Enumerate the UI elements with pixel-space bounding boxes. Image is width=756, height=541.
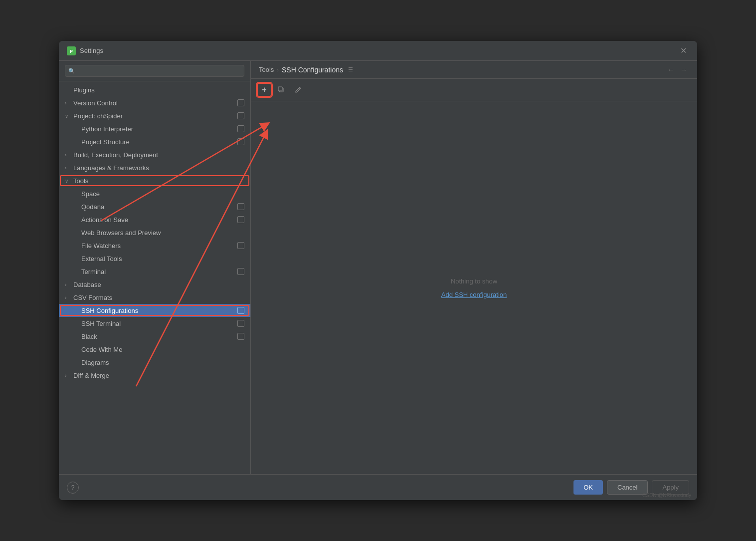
settings-icon [237, 216, 244, 223]
sidebar-item-ssh-configurations[interactable]: SSH Configurations [59, 304, 250, 317]
settings-icon [237, 307, 244, 314]
nav-label: Code With Me [81, 346, 122, 353]
nav-label: Terminal [81, 268, 106, 275]
nav-label: Plugins [73, 86, 95, 94]
settings-icon [237, 268, 244, 275]
search-box: 🔍 [59, 61, 250, 81]
sidebar-item-database[interactable]: › Database [59, 278, 250, 291]
nav-label: Languages & Frameworks [73, 164, 149, 172]
watermark: CSDN @NRlovestudy [642, 493, 691, 498]
sidebar-item-languages[interactable]: › Languages & Frameworks [59, 161, 250, 174]
settings-icon [237, 203, 244, 210]
settings-icon [237, 333, 244, 340]
nav-label: SSH Terminal [81, 320, 121, 327]
settings-icon [237, 112, 244, 119]
nav-label: Tools [73, 177, 88, 185]
arrow-icon: › [65, 152, 71, 158]
app-icon: P [67, 46, 76, 55]
search-icon: 🔍 [68, 68, 75, 74]
nav-label: Black [81, 333, 97, 340]
nav-label: Space [81, 190, 100, 198]
nav-label: Diagrams [81, 359, 109, 366]
nav-tree: Plugins › Version Control ∨ Project: chS… [59, 81, 250, 474]
help-button[interactable]: ? [67, 482, 79, 494]
arrow-icon: › [65, 165, 71, 171]
add-button[interactable]: + [257, 83, 272, 97]
nav-label: Web Browsers and Preview [81, 229, 161, 237]
arrow-icon: › [65, 282, 71, 287]
content-area: Nothing to show Add SSH configuration [251, 101, 697, 474]
nav-label: External Tools [81, 255, 122, 263]
title-bar: P Settings ✕ [59, 41, 697, 61]
nav-label: Python Interpreter [81, 125, 133, 133]
settings-icon [237, 138, 244, 145]
sidebar-item-build[interactable]: › Build, Execution, Deployment [59, 148, 250, 161]
ok-button[interactable]: OK [573, 480, 603, 495]
settings-icon [237, 99, 244, 106]
sidebar-item-diagrams[interactable]: Diagrams [59, 356, 250, 369]
nav-label: CSV Formats [73, 294, 112, 301]
main-content: Tools › SSH Configurations ☰ ← → + [251, 61, 697, 474]
search-wrapper: 🔍 [65, 65, 244, 77]
back-arrow-icon[interactable]: ← [665, 65, 676, 75]
sidebar-item-external-tools[interactable]: External Tools [59, 252, 250, 265]
toolbar: + [251, 79, 697, 101]
add-ssh-config-link[interactable]: Add SSH configuration [441, 291, 507, 298]
sidebar-item-web-browsers[interactable]: Web Browsers and Preview [59, 226, 250, 239]
settings-icon [237, 320, 244, 327]
nothing-to-show-text: Nothing to show [451, 277, 497, 285]
sidebar-item-qodana[interactable]: Qodana [59, 200, 250, 213]
close-button[interactable]: ✕ [677, 45, 689, 57]
nav-label: Project Structure [81, 138, 130, 146]
nav-label: Diff & Merge [73, 372, 109, 379]
arrow-icon: ∨ [65, 178, 71, 184]
sidebar-item-project-structure[interactable]: Project Structure [59, 135, 250, 148]
sidebar-item-csv-formats[interactable]: › CSV Formats [59, 291, 250, 304]
nav-label: Project: chSpider [73, 112, 123, 120]
edit-button[interactable] [291, 83, 306, 97]
sidebar-item-file-watchers[interactable]: File Watchers [59, 239, 250, 252]
dialog-title: Settings [80, 47, 103, 54]
copy-button[interactable] [274, 83, 289, 97]
breadcrumb-parent: Tools [259, 66, 274, 73]
forward-arrow-icon[interactable]: → [678, 65, 689, 75]
nav-label: Actions on Save [81, 216, 128, 224]
sidebar-item-code-with-me[interactable]: Code With Me [59, 343, 250, 356]
arrow-icon: › [65, 100, 71, 106]
nav-label: Qodana [81, 203, 104, 211]
arrow-icon: › [65, 373, 71, 378]
nav-label: Database [73, 281, 101, 288]
sidebar-item-black[interactable]: Black [59, 330, 250, 343]
nav-arrows: ← → [665, 65, 689, 75]
breadcrumb: Tools › SSH Configurations ☰ ← → [251, 61, 697, 79]
arrow-icon: ∨ [65, 113, 71, 119]
dialog-footer: ? OK Cancel Apply [59, 474, 697, 500]
nav-label: Build, Execution, Deployment [73, 151, 158, 159]
settings-icon [237, 242, 244, 249]
search-input[interactable] [65, 65, 244, 77]
sidebar-item-project[interactable]: ∨ Project: chSpider [59, 109, 250, 122]
sidebar-item-actions-on-save[interactable]: Actions on Save [59, 213, 250, 226]
sidebar-item-plugins[interactable]: Plugins [59, 83, 250, 96]
svg-text:P: P [70, 49, 73, 54]
sidebar-item-space[interactable]: Space [59, 187, 250, 200]
nav-label: File Watchers [81, 242, 121, 250]
sidebar-item-diff-merge[interactable]: › Diff & Merge [59, 369, 250, 382]
breadcrumb-current: SSH Configurations [282, 66, 343, 74]
nav-label: SSH Configurations [81, 307, 138, 314]
nav-label: Version Control [73, 99, 118, 107]
svg-rect-3 [278, 87, 282, 91]
sidebar-item-tools[interactable]: ∨ Tools [59, 174, 250, 187]
sidebar-item-python-interpreter[interactable]: Python Interpreter [59, 122, 250, 135]
sidebar-item-version-control[interactable]: › Version Control [59, 96, 250, 109]
settings-menu-icon[interactable]: ☰ [348, 66, 353, 73]
breadcrumb-separator: › [277, 67, 279, 73]
settings-dialog: P Settings ✕ 🔍 Plugins [59, 41, 697, 500]
sidebar: 🔍 Plugins › Version Control ∨ [59, 61, 251, 474]
dialog-body: 🔍 Plugins › Version Control ∨ [59, 61, 697, 474]
settings-icon [237, 125, 244, 132]
arrow-icon: › [65, 295, 71, 300]
sidebar-item-terminal[interactable]: Terminal [59, 265, 250, 278]
sidebar-item-ssh-terminal[interactable]: SSH Terminal [59, 317, 250, 330]
